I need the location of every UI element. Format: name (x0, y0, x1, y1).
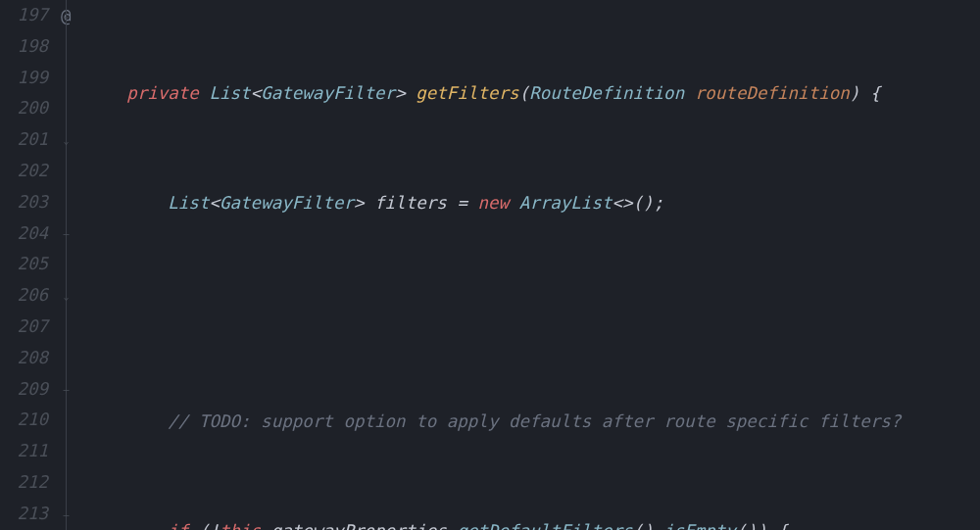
line-number: 200 (0, 93, 48, 124)
line-number: 199 (0, 63, 48, 94)
line-number: 208 (0, 343, 48, 374)
code-line[interactable]: if (!this.gatewayProperties.getDefaultFi… (85, 516, 980, 530)
line-number: 210 (0, 405, 48, 436)
line-number: 197 (0, 0, 48, 31)
line-number: 209 (0, 374, 48, 406)
line-number: 211 (0, 436, 48, 467)
line-number: 203 (0, 187, 48, 218)
line-number: 205 (0, 249, 48, 280)
line-number: 201 (0, 124, 48, 156)
line-number: 213 (0, 499, 48, 530)
code-line[interactable]: List<GatewayFilter> filters = new ArrayL… (85, 188, 980, 219)
code-line[interactable]: // TODO: support option to apply default… (85, 407, 980, 438)
line-number: 212 (0, 467, 48, 499)
line-number: 202 (0, 156, 48, 187)
fold-end-icon: – (61, 228, 72, 239)
line-number: 198 (0, 31, 48, 63)
line-number-gutter: 197 198 199 200 201 202 203 204 205 206 … (0, 0, 54, 530)
line-number: 206 (0, 280, 48, 312)
code-line[interactable] (85, 298, 980, 329)
fold-toggle-icon[interactable]: ⌄ (61, 10, 72, 21)
fold-end-icon: – (61, 384, 72, 395)
fold-column: ⌄ ⌄ – ⌄ – – (54, 0, 85, 530)
code-line[interactable]: private List<GatewayFilter> getFilters(R… (85, 78, 980, 110)
line-number: 207 (0, 312, 48, 343)
code-editor[interactable]: 197 198 199 200 201 202 203 204 205 206 … (0, 0, 980, 530)
line-number: 204 (0, 218, 48, 250)
fold-end-icon: – (61, 509, 72, 520)
fold-toggle-icon[interactable]: ⌄ (61, 135, 72, 146)
code-area[interactable]: private List<GatewayFilter> getFilters(R… (85, 0, 980, 530)
fold-toggle-icon[interactable]: ⌄ (61, 291, 72, 302)
